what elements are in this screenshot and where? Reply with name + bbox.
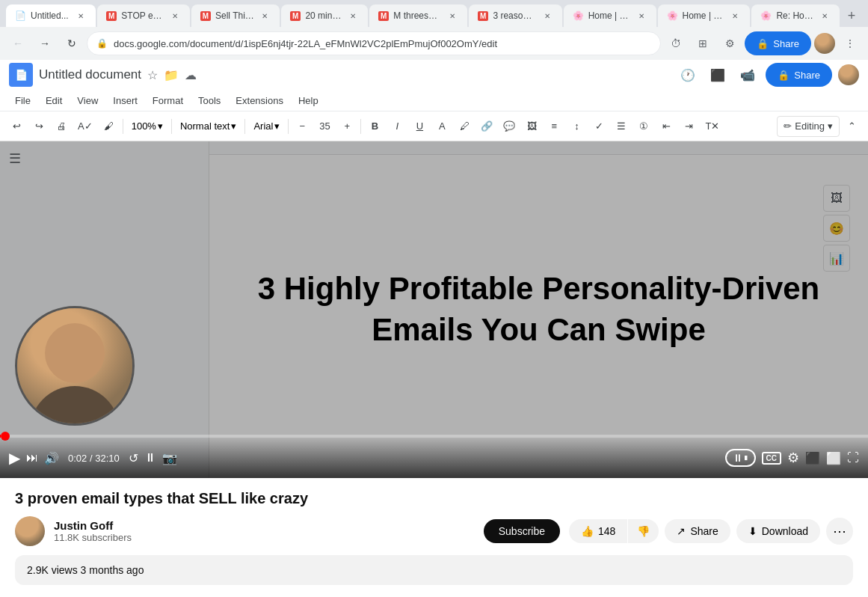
docs-share-button[interactable]: 🔒 Share — [766, 63, 832, 87]
address-bar[interactable]: 🔒 docs.google.com/document/d/1ispE6nj4tj… — [87, 31, 661, 55]
tab-3reasons[interactable]: M 3 reasons b... ✕ — [469, 4, 562, 27]
tab-docs[interactable]: 📄 Untitled... ✕ — [6, 4, 96, 27]
style-dropdown[interactable]: Normal text ▾ — [175, 116, 241, 137]
theater-button[interactable]: ⬜ — [826, 451, 841, 465]
menu-format[interactable]: Format — [147, 92, 189, 109]
version-history-icon[interactable]: 🕐 — [676, 63, 700, 87]
tab-20min[interactable]: M 20 minute... ✕ — [281, 4, 368, 27]
font-color-button[interactable]: A — [431, 116, 452, 137]
tab-close-rehome[interactable]: ✕ — [819, 10, 831, 22]
grid-icon[interactable]: ⊞ — [691, 31, 715, 55]
tab-close-docs[interactable]: ✕ — [75, 10, 87, 22]
docs-profile-avatar[interactable] — [838, 64, 859, 85]
profile-avatar[interactable] — [814, 33, 835, 54]
print-button[interactable]: 🖨 — [51, 116, 72, 137]
align-button[interactable]: ≡ — [544, 116, 564, 137]
font-dropdown[interactable]: Arial ▾ — [248, 116, 285, 137]
tab-threesome[interactable]: M M threesome... ✕ — [369, 4, 467, 27]
player-controls: ▶ ⏭ 🔊 0:02 / 32:10 ↺ ⏸ 📷 ⏸▮ CC ⚙ ⬛ ⬜ ⛶ — [0, 438, 868, 478]
bullet-list-button[interactable]: ☰ — [611, 116, 632, 137]
tab-close-20min[interactable]: ✕ — [347, 10, 359, 22]
clear-formatting-button[interactable]: T✕ — [701, 116, 724, 137]
numbered-list-button[interactable]: ① — [633, 116, 654, 137]
indent-decrease-button[interactable]: ⇤ — [656, 116, 677, 137]
miniplayer-button[interactable]: ⬛ — [805, 451, 820, 465]
redo-button[interactable]: ↪ — [28, 116, 49, 137]
folder-icon[interactable]: 📁 — [164, 68, 179, 82]
image-button[interactable]: 🖼 — [521, 116, 542, 137]
tab-close-stop[interactable]: ✕ — [169, 10, 181, 22]
paint-format-button[interactable]: 🖌 — [99, 116, 120, 137]
rewind-button[interactable]: ↺ — [129, 451, 138, 465]
miniplayer-toggle[interactable]: ⏸▮ — [725, 449, 756, 467]
menu-view[interactable]: View — [71, 92, 104, 109]
menu-tools[interactable]: Tools — [192, 92, 227, 109]
underline-button[interactable]: U — [409, 116, 430, 137]
document-title[interactable]: Untitled document — [39, 67, 141, 82]
cloud-icon[interactable]: ☁ — [185, 68, 197, 82]
like-button[interactable]: 👍 148 — [569, 519, 627, 543]
highlight-button[interactable]: 🖊 — [454, 116, 475, 137]
font-size-value[interactable]: 35 — [314, 116, 335, 137]
more-options-icon[interactable]: ⋮ — [838, 31, 862, 55]
present-icon[interactable]: ⬛ — [706, 63, 730, 87]
new-tab-button[interactable]: + — [841, 5, 862, 26]
spell-check-button[interactable]: A✓ — [73, 116, 97, 137]
comment-button[interactable]: 💬 — [499, 116, 520, 137]
tab-close-home1[interactable]: ✕ — [635, 10, 647, 22]
editing-mode-dropdown[interactable]: ✏ Editing ▾ — [777, 116, 840, 137]
font-size-increase[interactable]: + — [336, 116, 357, 137]
tab-close-home2[interactable]: ✕ — [729, 10, 741, 22]
expand-button[interactable]: ⌃ — [841, 116, 862, 137]
zoom-dropdown[interactable]: 100% ▾ — [126, 116, 168, 137]
link-button[interactable]: 🔗 — [476, 116, 497, 137]
settings-button[interactable]: ⚙ — [787, 450, 799, 466]
cc-button[interactable]: CC — [762, 452, 781, 465]
share-lock-icon: 🔒 — [778, 70, 789, 81]
history-icon[interactable]: ⏱ — [664, 31, 688, 55]
tab-rehome[interactable]: 🌸 Re: Home... ✕ — [751, 4, 840, 27]
menu-help[interactable]: Help — [292, 92, 324, 109]
menu-extensions[interactable]: Extensions — [230, 92, 289, 109]
tab-sell[interactable]: M Sell This P... ✕ — [191, 4, 280, 27]
menu-file[interactable]: File — [9, 92, 37, 109]
tab-label-threesome: M threesome... — [393, 10, 442, 21]
menu-insert[interactable]: Insert — [107, 92, 144, 109]
pause-frame-button[interactable]: ⏸ — [144, 451, 156, 465]
menu-edit[interactable]: Edit — [40, 92, 68, 109]
download-button[interactable]: ⬇ Download — [736, 519, 820, 543]
tab-close-3reasons[interactable]: ✕ — [541, 10, 553, 22]
tab-home2[interactable]: 🌸 Home | Loc... ✕ — [658, 4, 751, 27]
more-actions-button[interactable]: ⋯ — [826, 518, 853, 545]
checklist-button[interactable]: ✓ — [588, 116, 609, 137]
divider2 — [171, 119, 172, 134]
tab-close-threesome[interactable]: ✕ — [446, 10, 458, 22]
tab-stop[interactable]: M STOP eatin... ✕ — [97, 4, 190, 27]
italic-button[interactable]: I — [387, 116, 407, 137]
dislike-button[interactable]: 👎 — [628, 519, 659, 543]
reload-button[interactable]: ↻ — [60, 31, 84, 55]
volume-button[interactable]: 🔊 — [44, 451, 59, 465]
back-button[interactable]: ← — [6, 31, 30, 55]
undo-button[interactable]: ↩ — [6, 116, 27, 137]
meet-icon[interactable]: 📹 — [736, 63, 760, 87]
fullscreen-button[interactable]: ⛶ — [847, 451, 859, 465]
subscribe-button[interactable]: Subscribe — [484, 519, 560, 543]
extension-icon[interactable]: ⚙ — [718, 31, 742, 55]
tab-close-sell[interactable]: ✕ — [259, 10, 271, 22]
forward-button[interactable]: → — [33, 31, 57, 55]
channel-name[interactable]: Justin Goff — [54, 519, 475, 532]
address-text: docs.google.com/document/d/1ispE6nj4tjr-… — [114, 38, 497, 49]
play-button[interactable]: ▶ — [9, 449, 20, 467]
font-size-decrease[interactable]: − — [292, 116, 313, 137]
share-button[interactable]: 🔒 Share — [745, 31, 811, 55]
line-spacing-button[interactable]: ↕ — [566, 116, 587, 137]
share-action-button[interactable]: ↗ Share — [665, 519, 730, 543]
star-icon[interactable]: ☆ — [147, 68, 158, 82]
tab-home1[interactable]: 🌸 Home | Loc... ✕ — [564, 4, 656, 27]
channel-avatar[interactable] — [15, 516, 45, 546]
bold-button[interactable]: B — [364, 116, 385, 137]
screenshot-button[interactable]: 📷 — [162, 451, 177, 465]
indent-increase-button[interactable]: ⇥ — [678, 116, 699, 137]
next-button[interactable]: ⏭ — [26, 451, 38, 465]
